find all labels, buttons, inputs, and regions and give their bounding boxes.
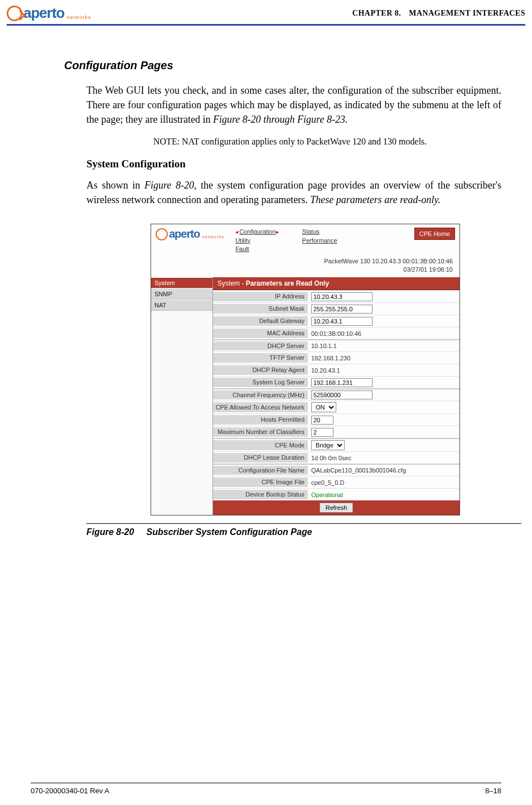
value-mac: 00:01:3B:00:10:46 [308,330,361,337]
panel-title: System - Parameters are Read Only [213,277,460,290]
select-mode[interactable]: Bridge [311,440,345,450]
sidebar-item-snmp[interactable]: SNMP [151,288,212,300]
value-relay: 10.20.43.1 [308,367,340,374]
field-syslog[interactable] [311,378,373,387]
figure-screenshot: aperto networks ◂Configuration▸ Utility … [151,224,460,515]
tab-status[interactable]: Status [302,228,337,236]
figure-logo-sub: networks [202,234,224,239]
caption-text: Subscriber System Configuration Page [147,527,312,537]
tab-marker-icon: ▸ [276,229,279,235]
label-relay: DHCP Relay Agent [213,365,308,375]
label-mac: MAC Address [213,329,308,338]
refresh-button[interactable]: Refresh [320,503,354,513]
label-hosts: Hosts Permitted [213,415,308,425]
label-maxcls: Maximum Number of Classifiers [213,427,308,437]
figure-logo-text: aperto [169,228,200,240]
label-cfgfile: Configuration File Name [213,466,308,475]
footer-rule [31,783,501,783]
para2-figref: Figure 8-20 [144,180,194,191]
value-cfgfile: QALabCpe110_00013b001046.cfg [308,467,406,474]
field-gw[interactable] [311,317,373,326]
note-text: NAT configuration applies only to Packet… [182,137,427,146]
cpe-home-button[interactable]: CPE Home [414,228,455,240]
para2-a: As shown in [86,180,144,191]
page-header: aperto networks CHAPTER 8. MANAGEMENT IN… [0,0,532,24]
label-ip: IP Address [213,292,308,301]
select-allow[interactable]: ON [311,402,336,412]
figure-logo-icon [156,228,168,240]
system-config-paragraph: As shown in Figure 8-20, the system conf… [86,178,501,207]
chapter-title: MANAGEMENT INTERFACES [409,9,525,17]
para1-figref: Figure 8-20 through Figure 8-23. [213,114,347,125]
figure-sidebar: System SNMP NAT [151,277,212,515]
figure-tab-col2: Status Performance [302,228,337,253]
note-prefix: NOTE: [153,137,182,146]
tab-performance[interactable]: Performance [302,237,337,245]
label-lease: DHCP Lease Duration [213,453,308,462]
panel-title-a: System - [217,279,246,287]
label-dhcp: DHCP Server [213,341,308,350]
label-allow: CPE Allowed To Access Network [213,402,308,412]
figure-caption: Figure 8-20 Subscriber System Configurat… [86,527,501,537]
tab-utility[interactable]: Utility [235,237,279,245]
figure-device-info: PacketWave 130 10.20.43.3 00:01:3B:00:10… [151,255,460,278]
figure-logo: aperto networks [156,228,224,240]
label-mode: CPE Mode [213,440,308,450]
value-dhcp: 10.10.1.1 [308,343,337,349]
subsection-title: System Configuration [86,158,501,170]
para2-readonly: These parameters are read-only. [310,194,441,205]
label-syslog: System Log Server [213,378,308,387]
figure-nav-tabs: ◂Configuration▸ Utility Fault Status Per… [235,228,337,253]
value-lease: 1d 0h 0m 0sec [308,455,351,461]
field-maxcls[interactable] [311,428,333,437]
label-mask: Subnet Mask [213,304,308,314]
label-tftp: TFTP Server [213,353,308,363]
figure-topbar: aperto networks ◂Configuration▸ Utility … [151,224,460,254]
footer-docid: 070-20000340-01 Rev A [31,787,109,795]
logo-subtext: networks [66,15,91,20]
logo: aperto networks [7,4,91,22]
sidebar-item-system[interactable]: System [151,277,212,288]
caption-rule [86,523,521,524]
tab-marker-icon: ◂ [235,229,238,235]
figure-body: System SNMP NAT System - Parameters are … [151,277,460,515]
label-freq: Channel Frequency (MHz) [213,391,308,399]
label-imgfile: CPE Image File [213,478,308,487]
logo-text: aperto [23,4,64,22]
tab-fault[interactable]: Fault [235,245,279,253]
footer-pagenum: 8–18 [485,787,501,795]
figure-main-panel: System - Parameters are Read Only IP Add… [212,277,460,515]
page-footer: 070-20000340-01 Rev A 8–18 [0,783,532,795]
tab-configuration[interactable]: Configuration [239,228,275,235]
field-ip[interactable] [311,292,373,301]
label-gw: Default Gateway [213,316,308,326]
field-freq[interactable] [311,391,373,399]
device-info-line1: PacketWave 130 10.20.43.3 00:01:3B:00:10… [151,257,453,266]
figure-tab-col1: ◂Configuration▸ Utility Fault [235,228,279,253]
refresh-bar: Refresh [213,500,460,515]
chapter-label: CHAPTER 8. MANAGEMENT INTERFACES [352,9,525,18]
label-boot: Device Bootup Status [213,490,308,499]
sidebar-item-nat[interactable]: NAT [151,300,212,311]
logo-icon [7,6,22,21]
chapter-number: CHAPTER 8. [352,9,401,17]
device-info-line2: 03/27/01 19:06:10 [151,266,453,274]
value-tftp: 192.168.1.230 [308,355,350,361]
value-boot: Operational [308,491,343,498]
value-imgfile: cpe0_5_0.D [308,479,344,486]
section-title: Configuration Pages [64,59,501,72]
field-hosts[interactable] [311,416,333,425]
content-area: Configuration Pages The Web GUI lets you… [0,26,532,537]
intro-paragraph: The Web GUI lets you check, and in some … [86,83,501,127]
note-row: NOTE: NAT configuration applies only to … [153,137,501,147]
caption-ref: Figure 8-20 [86,527,134,537]
panel-title-b: Parameters are Read Only [246,279,329,287]
field-mask[interactable] [311,305,373,314]
